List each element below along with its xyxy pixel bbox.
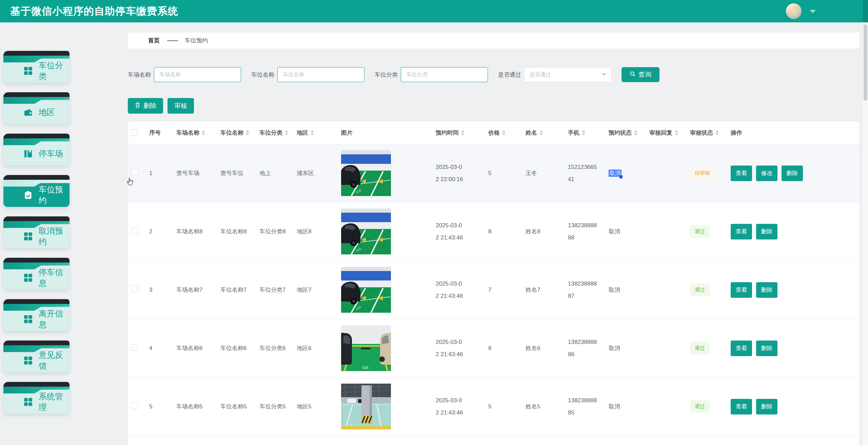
filter-input-space-name[interactable] xyxy=(277,67,364,82)
delete-button[interactable]: 删除 xyxy=(756,399,777,414)
column-header-space[interactable]: 车位名称 xyxy=(217,129,256,137)
column-header-price[interactable]: 价格 xyxy=(485,129,522,137)
space-cell: 车位名称6 xyxy=(217,344,256,352)
view-button[interactable]: 查看 xyxy=(731,166,752,181)
sidebar-item-top-strip xyxy=(3,258,70,263)
sidebar-item-system-management[interactable]: 系统管理 xyxy=(3,382,70,414)
sort-carets-icon[interactable] xyxy=(502,130,506,135)
garage-pillar-photo[interactable]: F F041 xyxy=(341,384,391,429)
delete-button[interactable]: 删除 xyxy=(756,341,777,356)
garage-black-car-photo[interactable]: A59 xyxy=(341,209,391,254)
sidebar-item-region[interactable]: 地区 xyxy=(3,92,70,124)
column-header-phone[interactable]: 手机 xyxy=(565,129,605,137)
row-actions: 查看删除 xyxy=(727,341,859,356)
sort-carets-icon[interactable] xyxy=(461,130,465,135)
column-header-label: 车位名称 xyxy=(220,129,243,137)
sort-carets-icon[interactable] xyxy=(675,130,678,135)
filter-select-pass-status[interactable]: 是否通过 xyxy=(524,67,611,82)
sort-carets-icon[interactable] xyxy=(582,130,585,135)
sidebar-item-label: 系统管理 xyxy=(39,391,70,413)
row-actions: 查看删除 xyxy=(727,224,859,239)
category-cell: 车位分类7 xyxy=(256,286,293,294)
search-button[interactable]: 查询 xyxy=(622,67,659,82)
filter-input-space-category[interactable] xyxy=(401,67,488,82)
space-value: 车位名称8 xyxy=(220,228,246,235)
delete-button[interactable]: 删除 xyxy=(756,224,777,239)
sort-carets-icon[interactable] xyxy=(539,130,543,135)
phone-value: 13823888886 xyxy=(568,336,598,360)
sort-carets-icon[interactable] xyxy=(634,130,637,135)
view-button[interactable]: 查看 xyxy=(731,224,752,239)
user-avatar[interactable] xyxy=(786,3,802,19)
filter-group-pass-status: 是否通过是否通过 xyxy=(498,67,611,82)
grid-icon xyxy=(24,356,33,365)
table-header-row: 序号车场名称车位名称车位分类地区图片预约时间价格姓名手机预约状态审核回复审核状态… xyxy=(128,121,859,144)
sidebar-item-space-reservation[interactable]: 车位预约 xyxy=(3,175,70,207)
row-checkbox[interactable] xyxy=(131,227,138,234)
audit-button[interactable]: 审核 xyxy=(167,98,194,114)
lot-value: 车场名称6 xyxy=(176,344,202,352)
sort-carets-icon[interactable] xyxy=(285,130,288,135)
page-scrollbar[interactable] xyxy=(863,0,868,445)
column-header-region[interactable]: 地区 xyxy=(293,129,336,137)
column-header-audit_reply[interactable]: 审核回复 xyxy=(646,129,687,137)
column-header-label: 预约时间 xyxy=(436,129,459,137)
sidebar-item-parking-info[interactable]: 停车信息 xyxy=(3,258,70,290)
sidebar-item-top-strip xyxy=(3,382,70,387)
delete-button[interactable]: 删除 xyxy=(128,98,163,114)
sidebar-item-parking-lot[interactable]: 停车场 xyxy=(3,134,70,166)
region-cell: 地区5 xyxy=(293,403,336,410)
scrollbar-thumb[interactable] xyxy=(864,24,867,101)
select-all-checkbox[interactable] xyxy=(131,129,138,136)
price-cell: 5 xyxy=(485,170,522,177)
audit_reply-cell xyxy=(646,228,687,235)
column-header-reserve_status[interactable]: 预约状态 xyxy=(605,129,646,137)
sort-carets-icon[interactable] xyxy=(246,130,249,135)
sort-carets-icon[interactable] xyxy=(311,130,314,135)
view-button[interactable]: 查看 xyxy=(731,282,752,298)
sort-carets-icon[interactable] xyxy=(715,130,719,135)
column-header-label: 车场名称 xyxy=(176,129,199,137)
column-header-label: 审核状态 xyxy=(690,129,713,137)
filter-input-lot-name[interactable] xyxy=(154,67,241,82)
edit-button[interactable]: 修改 xyxy=(756,166,777,181)
sidebar-item-top-strip xyxy=(3,92,70,97)
column-header-name[interactable]: 姓名 xyxy=(522,129,565,137)
row-checkbox[interactable] xyxy=(131,344,138,351)
sort-carets-icon[interactable] xyxy=(202,130,205,135)
view-button[interactable]: 查看 xyxy=(731,341,752,356)
grid-icon xyxy=(24,66,33,75)
row-checkbox[interactable] xyxy=(131,169,138,176)
sidebar-item-feedback[interactable]: 意见反馈 xyxy=(3,341,70,372)
phone-cell: 13823888886 xyxy=(565,336,605,360)
column-header-time[interactable]: 预约时间 xyxy=(432,129,485,137)
row-checkbox[interactable] xyxy=(131,286,138,292)
garage-two-cars-photo[interactable]: G06 xyxy=(341,325,391,371)
sidebar-item-cancel-reservation[interactable]: 取消预约 xyxy=(3,216,70,248)
column-header-index: 序号 xyxy=(146,129,173,137)
sidebar-item-leave-info[interactable]: 离开信息 xyxy=(3,299,70,331)
table-row: 3车场名称7车位名称7车位分类7地区7 A59 2025-03-02 21:43… xyxy=(128,261,859,319)
sidebar-item-body: 车位分类 xyxy=(3,59,70,83)
row-checkbox[interactable] xyxy=(131,402,138,409)
breadcrumb-home[interactable]: 首页 xyxy=(148,37,160,44)
user-menu-caret-icon[interactable] xyxy=(810,10,816,13)
view-button[interactable]: 查看 xyxy=(731,399,752,414)
delete-button[interactable]: 删除 xyxy=(756,282,777,298)
index-cell: 5 xyxy=(146,403,173,410)
audit_reply-cell xyxy=(646,170,687,177)
column-header-lot[interactable]: 车场名称 xyxy=(173,129,217,137)
garage-black-car-photo[interactable]: A59 xyxy=(341,150,391,196)
delete-button[interactable]: 删除 xyxy=(782,166,803,181)
sidebar-item-space-category[interactable]: 车位分类 xyxy=(3,51,70,83)
column-header-category[interactable]: 车位分类 xyxy=(256,129,293,137)
column-header-audit_status[interactable]: 审核状态 xyxy=(687,129,727,137)
time-value: 2025-03-02 22:00:16 xyxy=(436,161,464,185)
sidebar-item-top-strip xyxy=(3,175,70,180)
row-checkbox-cell xyxy=(128,169,146,177)
phone-value: 13823888885 xyxy=(568,394,598,419)
table-row: 2车场名称8车位名称8车位分类8地区8 A59 2025-03-02 21:43… xyxy=(128,202,859,261)
lot-cell: 车场名称7 xyxy=(173,286,217,294)
search-button-label: 查询 xyxy=(638,70,651,79)
garage-black-car-photo[interactable]: A59 xyxy=(341,267,391,313)
